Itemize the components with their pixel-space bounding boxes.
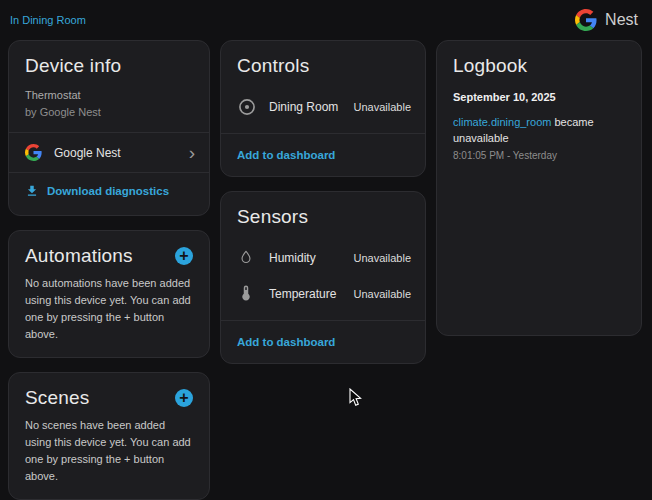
- device-info-card: Device info Thermostat by Google Nest: [8, 40, 210, 216]
- controls-card: Controls Dining Room Unavailable Ad: [220, 40, 426, 177]
- plus-icon: +: [179, 248, 188, 264]
- device-meta: Thermostat by Google Nest: [9, 85, 209, 132]
- thermostat-icon: [237, 97, 257, 117]
- download-icon: [25, 184, 39, 198]
- logbook-card: Logbook September 10, 2025 climate.dinin…: [436, 40, 642, 336]
- automations-empty-text: No automations have been added using thi…: [9, 275, 209, 357]
- device-manufacturer: by Google Nest: [25, 104, 193, 121]
- add-automation-button[interactable]: +: [175, 247, 193, 265]
- download-diagnostics-link[interactable]: Download diagnostics: [25, 184, 169, 198]
- entity-name: Humidity: [269, 251, 316, 265]
- automations-title: Automations: [25, 245, 133, 267]
- logbook-title: Logbook: [453, 55, 527, 77]
- integration-row[interactable]: Google Nest ›: [9, 133, 209, 172]
- entity-row-dining-room[interactable]: Dining Room Unavailable: [221, 89, 425, 125]
- entity-row-humidity[interactable]: Humidity Unavailable: [221, 240, 425, 276]
- logbook-entry: climate.dining_room became unavailable: [437, 113, 641, 149]
- device-name: Thermostat: [25, 87, 193, 104]
- download-diagnostics-label: Download diagnostics: [47, 185, 169, 197]
- cards-grid: Device info Thermostat by Google Nest: [0, 36, 652, 500]
- left-column: Device info Thermostat by Google Nest: [8, 40, 210, 500]
- device-info-title: Device info: [25, 55, 121, 77]
- sensors-title: Sensors: [237, 206, 308, 228]
- integration-label: Google Nest: [54, 146, 121, 160]
- chevron-right-icon: ›: [189, 147, 195, 159]
- right-column: Logbook September 10, 2025 climate.dinin…: [436, 40, 642, 336]
- sensors-add-to-dashboard-link[interactable]: Add to dashboard: [237, 336, 335, 348]
- logbook-timestamp: 8:01:05 PM - Yesterday: [437, 149, 641, 162]
- brand-name: Nest: [605, 11, 638, 29]
- controls-title: Controls: [237, 55, 309, 77]
- plus-icon: +: [179, 390, 188, 406]
- scenes-empty-text: No scenes have been added using this dev…: [9, 417, 209, 499]
- entity-state: Unavailable: [354, 101, 411, 113]
- brand: Nest: [575, 9, 638, 31]
- entity-state: Unavailable: [354, 288, 411, 300]
- entity-name: Dining Room: [269, 100, 338, 114]
- top-bar: In Dining Room Nest: [0, 0, 652, 36]
- scenes-title: Scenes: [25, 387, 90, 409]
- breadcrumb[interactable]: In Dining Room: [10, 14, 86, 26]
- logbook-date: September 10, 2025: [437, 85, 641, 113]
- controls-add-to-dashboard-link[interactable]: Add to dashboard: [237, 149, 335, 161]
- entity-row-temperature[interactable]: Temperature Unavailable: [221, 276, 425, 312]
- entity-name: Temperature: [269, 287, 336, 301]
- logbook-entity-link[interactable]: climate.dining_room: [453, 116, 551, 128]
- automations-card: Automations + No automations have been a…: [8, 230, 210, 358]
- google-logo-icon: [25, 144, 42, 161]
- thermometer-icon: [237, 284, 257, 304]
- scenes-card: Scenes + No scenes have been added using…: [8, 372, 210, 500]
- sensors-card: Sensors Humidity Unavailable Te: [220, 191, 426, 364]
- middle-column: Controls Dining Room Unavailable Ad: [220, 40, 426, 364]
- entity-state: Unavailable: [354, 252, 411, 264]
- google-logo-icon: [575, 9, 597, 31]
- humidity-icon: [237, 248, 257, 268]
- add-scene-button[interactable]: +: [175, 389, 193, 407]
- device-page: In Dining Room Nest Device info: [0, 0, 652, 500]
